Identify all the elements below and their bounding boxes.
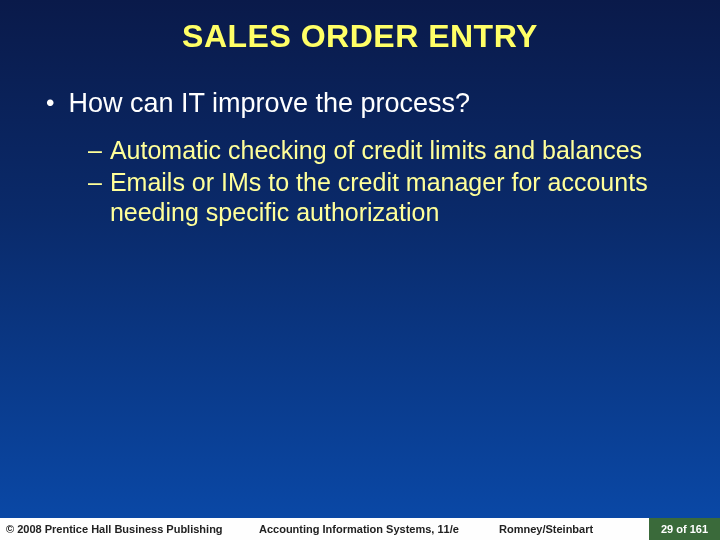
bullet-dash-icon: –: [88, 135, 102, 165]
bullet-level2: – Emails or IMs to the credit manager fo…: [88, 167, 680, 227]
footer-copyright: © 2008 Prentice Hall Business Publishing: [0, 518, 247, 540]
footer-authors: Romney/Steinbart: [479, 518, 649, 540]
footer-page-number: 29 of 161: [649, 518, 720, 540]
bullet-dot-icon: •: [46, 87, 54, 121]
slide: SALES ORDER ENTRY • How can IT improve t…: [0, 0, 720, 540]
bullet-level2-text: Automatic checking of credit limits and …: [110, 135, 642, 165]
bullet-level2-text: Emails or IMs to the credit manager for …: [110, 167, 680, 227]
slide-content: • How can IT improve the process? – Auto…: [0, 67, 720, 227]
bullet-level1-text: How can IT improve the process?: [68, 87, 470, 121]
slide-footer: © 2008 Prentice Hall Business Publishing…: [0, 518, 720, 540]
footer-book: Accounting Information Systems, 11/e: [247, 518, 479, 540]
bullet-dash-icon: –: [88, 167, 102, 227]
bullet-level2: – Automatic checking of credit limits an…: [88, 135, 680, 165]
bullet-level1: • How can IT improve the process?: [40, 87, 680, 121]
slide-title: SALES ORDER ENTRY: [0, 0, 720, 67]
